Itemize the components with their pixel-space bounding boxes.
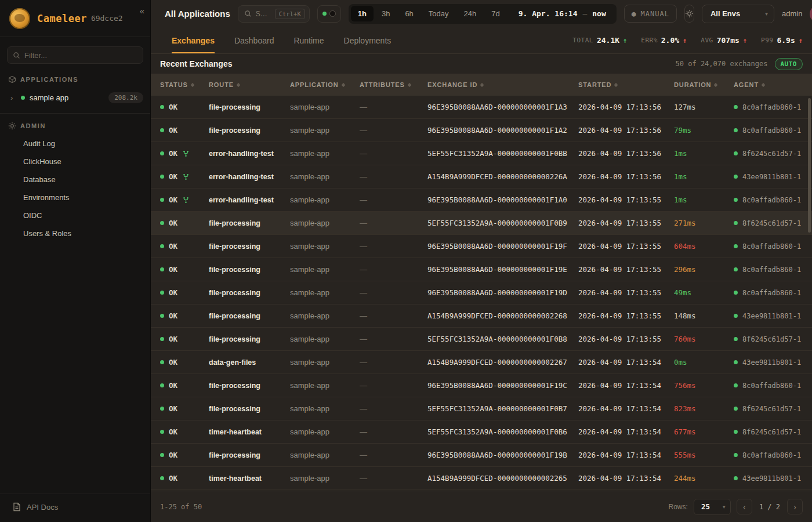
- global-search-field[interactable]: Ctrl+K: [238, 5, 310, 23]
- chevron-down-icon: ▾: [723, 503, 726, 510]
- time-range-button[interactable]: 1h: [351, 6, 374, 21]
- route-cell: error-handling-test: [209, 196, 290, 204]
- table-row[interactable]: OK file-processing sample-app — 5EF55FC3…: [151, 397, 812, 420]
- table-row[interactable]: OK error-handling-test sample-app — A154…: [151, 165, 812, 188]
- stat-label: AVG: [701, 37, 713, 44]
- table-row[interactable]: OK file-processing sample-app — 96E395B0…: [151, 258, 812, 281]
- status-text: OK: [169, 195, 177, 204]
- exchange-id-cell: 96E395B0088AA6D-000000000001F19B: [427, 451, 578, 459]
- agent-status-dot: [734, 337, 738, 341]
- live-status-toggle[interactable]: [317, 5, 341, 23]
- admin-nav-item[interactable]: Audit Log: [0, 135, 150, 153]
- table-row[interactable]: OK file-processing sample-app — 96E395B0…: [151, 119, 812, 142]
- prev-page-button[interactable]: ‹: [737, 499, 752, 514]
- column-header-label: AGENT: [734, 81, 759, 88]
- chevron-right-icon[interactable]: ›: [10, 93, 16, 102]
- filter-input[interactable]: [24, 51, 137, 60]
- table-row[interactable]: OK timer-heartbeat sample-app — A154B9A9…: [151, 467, 812, 490]
- date-to[interactable]: now: [592, 9, 606, 18]
- sidebar-item-sample-app[interactable]: › sample app 208.2k: [0, 88, 150, 107]
- tab[interactable]: Runtime: [293, 27, 324, 53]
- column-header[interactable]: STATUS: [160, 81, 209, 88]
- column-header[interactable]: ATTRIBUTES: [360, 81, 427, 88]
- table-row[interactable]: OK timer-heartbeat sample-app — 5EF55FC3…: [151, 420, 812, 444]
- admin-nav-item[interactable]: Users & Roles: [0, 224, 150, 242]
- route-cell: file-processing: [209, 266, 290, 274]
- application-cell: sample-app: [290, 311, 360, 320]
- table-row[interactable]: OK file-processing sample-app — 96E395B0…: [151, 444, 812, 467]
- table-row[interactable]: OK file-processing sample-app — 96E395B0…: [151, 374, 812, 397]
- attributes-cell: —: [360, 335, 427, 343]
- column-header[interactable]: EXCHANGE ID: [427, 81, 578, 88]
- scrollbar-thumb[interactable]: [808, 98, 811, 233]
- table-row[interactable]: OK file-processing sample-app — 96E395B0…: [151, 281, 812, 304]
- table-row[interactable]: OK error-handling-test sample-app — 5EF5…: [151, 142, 812, 165]
- duration-cell: 127ms: [674, 103, 734, 111]
- theme-toggle-button[interactable]: [684, 5, 694, 23]
- attributes-cell: —: [360, 451, 427, 459]
- global-search-input[interactable]: [256, 10, 271, 18]
- tab[interactable]: Exchanges: [172, 27, 215, 53]
- sun-icon: [685, 9, 694, 18]
- attributes-cell: —: [360, 103, 427, 111]
- table-row[interactable]: OK data-gen-files sample-app — A154B9A99…: [151, 351, 812, 374]
- sort-icon: [480, 83, 484, 87]
- time-range-label: 6h: [405, 9, 413, 18]
- stat: TOTAL 24.1K ↑: [572, 36, 627, 45]
- table-row[interactable]: OK error-handling-test sample-app — 96E3…: [151, 188, 812, 212]
- status-cell: OK: [160, 242, 209, 251]
- tab-label: Exchanges: [172, 36, 215, 45]
- exchange-id-cell: 5EF55FC31352A9A-000000000001F0B7: [427, 404, 578, 413]
- sort-icon: [342, 83, 345, 87]
- next-page-button[interactable]: ›: [787, 499, 803, 514]
- auto-refresh-badge[interactable]: AUTO: [775, 58, 803, 70]
- column-header[interactable]: ROUTE: [209, 81, 290, 88]
- agent-status-dot: [734, 151, 738, 155]
- agent-cell: 8c0affadb860-1: [734, 266, 812, 274]
- collapse-sidebar-icon[interactable]: «: [140, 6, 144, 16]
- column-header[interactable]: AGENT: [734, 81, 812, 88]
- table-row[interactable]: OK file-processing sample-app — 5EF55FC3…: [151, 212, 812, 235]
- route-cell: file-processing: [209, 335, 290, 343]
- agent-id: 8f6245c61d57-1: [742, 428, 801, 436]
- chevron-down-icon: ▾: [765, 10, 768, 17]
- agent-id: 8c0affadb860-1: [742, 242, 801, 251]
- table-row[interactable]: OK file-processing sample-app — 96E395B0…: [151, 96, 812, 119]
- manual-refresh-button[interactable]: ● MANUAL: [624, 5, 677, 23]
- time-range-button[interactable]: Today: [422, 6, 456, 21]
- rows-per-page-select[interactable]: 25 ▾: [694, 499, 731, 515]
- column-header[interactable]: APPLICATION: [290, 81, 360, 88]
- section-title: Recent Exchanges: [160, 59, 233, 68]
- time-range-button[interactable]: 24h: [457, 6, 484, 21]
- time-range-button[interactable]: 6h: [398, 6, 420, 21]
- row-range-text: 1-25 of 50: [160, 503, 202, 511]
- table-row[interactable]: OK file-processing sample-app — 5EF55FC3…: [151, 328, 812, 351]
- avatar[interactable]: AD: [810, 5, 812, 23]
- admin-nav-item[interactable]: ClickHouse: [0, 153, 150, 171]
- table-row[interactable]: OK file-processing sample-app — A154B9A9…: [151, 304, 812, 328]
- admin-nav-item[interactable]: OIDC: [0, 206, 150, 224]
- table-row[interactable]: OK file-processing sample-app — 96E395B0…: [151, 235, 812, 258]
- exchange-id-cell: A154B9A999DFCED-0000000000002267: [427, 358, 578, 367]
- attributes-cell: —: [360, 358, 427, 367]
- environment-select[interactable]: All Envs ▾: [702, 5, 774, 23]
- tab[interactable]: Deployments: [344, 27, 392, 53]
- api-docs-link[interactable]: API Docs: [0, 494, 150, 522]
- admin-nav-item[interactable]: Environments: [0, 188, 150, 206]
- application-cell: sample-app: [290, 195, 360, 204]
- column-header-label: STATUS: [160, 81, 188, 88]
- column-header[interactable]: DURATION: [674, 81, 734, 88]
- admin-nav-item[interactable]: Database: [0, 171, 150, 188]
- time-range-button[interactable]: 3h: [375, 6, 397, 21]
- column-header[interactable]: STARTED: [578, 81, 674, 88]
- tab[interactable]: Dashboard: [234, 27, 274, 53]
- status-ok-dot: [160, 430, 164, 434]
- route-cell: file-processing: [209, 312, 290, 320]
- time-range-button[interactable]: 7d: [484, 6, 506, 21]
- started-cell: 2026-04-09 17:13:55: [578, 219, 674, 227]
- date-from[interactable]: 9. Apr. 16:14: [519, 9, 578, 18]
- agent-id: 8c0affadb860-1: [742, 196, 801, 204]
- filter-field[interactable]: [7, 46, 143, 64]
- tab-label: Deployments: [344, 36, 392, 45]
- stat: P99 6.9s ↑: [761, 36, 803, 45]
